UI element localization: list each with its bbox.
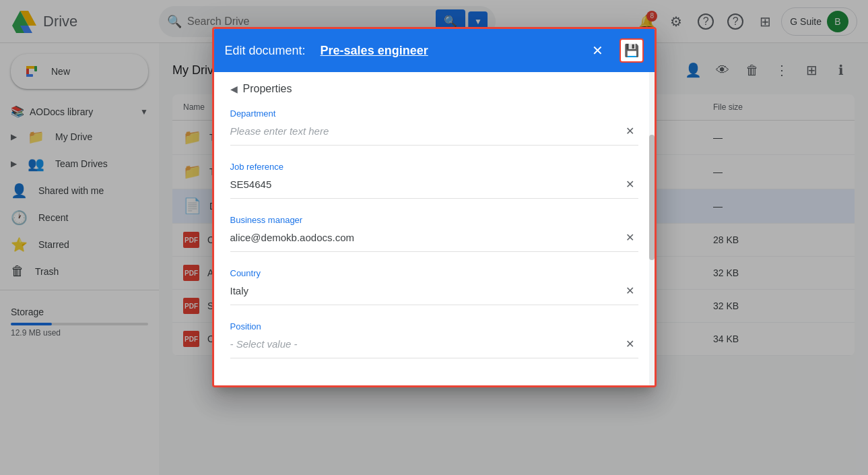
modal-title-value: Pre-sales engineer: [321, 44, 428, 58]
department-clear-button[interactable]: ✕: [622, 123, 638, 139]
properties-label: Properties: [243, 83, 292, 95]
position-input[interactable]: [230, 336, 622, 352]
modal-body: ◀ Properties Department ✕ Job reference: [214, 72, 655, 385]
modal-save-button[interactable]: 💾: [620, 38, 644, 63]
country-input-row: ✕: [230, 282, 638, 305]
modal-overlay[interactable]: Edit document: Pre-sales engineer ✕ 💾 ◀ …: [0, 0, 868, 475]
modal-header: Edit document: Pre-sales engineer ✕ 💾: [214, 29, 655, 72]
properties-section-header: ◀ Properties: [230, 83, 638, 95]
modal-close-button[interactable]: ✕: [587, 40, 609, 61]
edit-document-modal: Edit document: Pre-sales engineer ✕ 💾 ◀ …: [212, 27, 657, 387]
job-reference-clear-button[interactable]: ✕: [622, 177, 638, 193]
job-reference-input-row: ✕: [230, 176, 638, 199]
clear-icon: ✕: [626, 284, 634, 297]
department-label: Department: [230, 108, 638, 119]
scrollbar-thumb[interactable]: [649, 135, 655, 260]
clear-icon: ✕: [626, 178, 634, 191]
modal-title-label: Edit document:: [225, 44, 306, 58]
business-manager-label: Business manager: [230, 215, 638, 225]
business-manager-input-row: ✕: [230, 229, 638, 252]
field-group-job-reference: Job reference ✕: [230, 162, 638, 199]
scrollbar-track: [649, 72, 655, 385]
business-manager-input[interactable]: [230, 229, 622, 246]
properties-expand-icon[interactable]: ◀: [230, 84, 238, 94]
field-group-department: Department ✕: [230, 108, 638, 146]
position-input-row: ✕: [230, 336, 638, 358]
clear-icon: ✕: [626, 125, 634, 137]
field-group-country: Country ✕: [230, 268, 638, 305]
country-clear-button[interactable]: ✕: [622, 283, 638, 299]
business-manager-clear-button[interactable]: ✕: [622, 230, 638, 246]
job-reference-input[interactable]: [230, 176, 622, 193]
field-group-business-manager: Business manager ✕: [230, 215, 638, 252]
country-input[interactable]: [230, 282, 622, 299]
job-reference-label: Job reference: [230, 162, 638, 172]
department-input[interactable]: [230, 123, 622, 139]
position-label: Position: [230, 321, 638, 331]
position-clear-button[interactable]: ✕: [622, 336, 638, 352]
department-input-row: ✕: [230, 123, 638, 146]
save-icon: 💾: [624, 43, 639, 58]
clear-icon: ✕: [626, 231, 634, 244]
clear-icon: ✕: [626, 338, 634, 350]
close-icon: ✕: [592, 42, 603, 59]
field-group-position: Position ✕: [230, 321, 638, 358]
country-label: Country: [230, 268, 638, 278]
